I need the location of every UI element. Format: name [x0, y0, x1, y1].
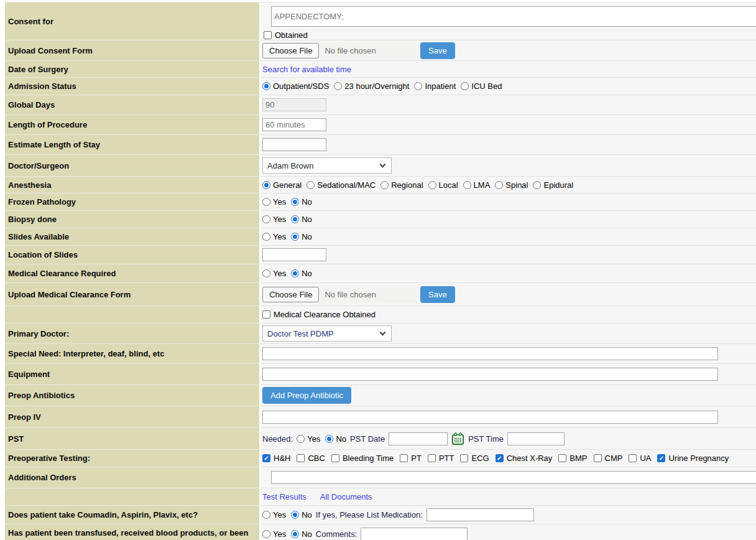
medical-clearance-obtained-checkbox[interactable] — [262, 310, 270, 319]
checkbox-chest-x-ray[interactable] — [496, 454, 504, 462]
radio-yes[interactable] — [262, 215, 270, 223]
radio-no[interactable] — [291, 215, 299, 223]
choose-file-button[interactable]: Choose File — [262, 287, 319, 302]
radio-label-spinal[interactable]: Spinal — [505, 180, 528, 190]
location-of-slides-input[interactable] — [262, 248, 326, 261]
radio-label-yes[interactable]: Yes — [273, 529, 286, 539]
checkbox-ua[interactable] — [629, 454, 637, 462]
checkbox-label-ptt[interactable]: PTT — [439, 454, 454, 463]
radio-label-yes[interactable]: Yes — [273, 197, 286, 207]
special-need-input[interactable] — [262, 347, 718, 360]
radio-label-no[interactable]: No — [302, 529, 312, 539]
radio-label-yes[interactable]: Yes — [273, 510, 286, 519]
radio-inpatient[interactable] — [414, 82, 422, 90]
radio-yes[interactable] — [262, 269, 270, 277]
radio-no[interactable] — [291, 198, 299, 206]
search-available-time-link[interactable]: Search for available time — [262, 65, 351, 74]
list-medication-input[interactable] — [426, 508, 534, 521]
radio-lma[interactable] — [463, 181, 471, 189]
radio-label-epidural[interactable]: Epidural — [543, 180, 573, 190]
pst-time-input[interactable] — [507, 432, 565, 445]
radio-label-no[interactable]: No — [302, 197, 312, 207]
checkbox-urine-pregnancy[interactable] — [657, 454, 665, 462]
comments-input[interactable] — [361, 528, 468, 540]
radio-regional[interactable] — [380, 181, 389, 189]
radio-label-inpatient[interactable]: Inpatient — [425, 81, 456, 91]
consent-for-textarea[interactable] — [271, 6, 756, 27]
radio-label-icu-bed[interactable]: ICU Bed — [471, 81, 502, 91]
radio-label-sedational-mac[interactable]: Sedational/MAC — [317, 180, 376, 190]
calendar-icon[interactable] — [451, 432, 464, 445]
radio-label-regional[interactable]: Regional — [391, 180, 423, 190]
save-medical-clearance-button[interactable]: Save — [420, 286, 455, 303]
checkbox-pt[interactable] — [400, 454, 408, 462]
checkbox-label-cbc[interactable]: CBC — [308, 454, 325, 463]
all-documents-link[interactable]: All Documents — [320, 492, 372, 501]
additional-orders-input[interactable] — [271, 471, 756, 484]
radio-no[interactable] — [325, 435, 333, 443]
radio-label-outpatient-sds[interactable]: Outpatient/SDS — [273, 81, 329, 91]
radio-label-yes[interactable]: Yes — [273, 232, 286, 241]
radio-label-no[interactable]: No — [302, 215, 312, 224]
radio-local[interactable] — [428, 181, 436, 189]
radio-yes[interactable] — [262, 198, 270, 206]
radio-spinal[interactable] — [495, 181, 503, 189]
preop-iv-input[interactable] — [262, 411, 718, 424]
radio-outpatient-sds[interactable] — [262, 82, 270, 90]
radio-label-general[interactable]: General — [273, 180, 302, 190]
checkbox-label-cmp[interactable]: CMP — [605, 454, 623, 463]
radio-no[interactable] — [291, 233, 299, 241]
radio-yes[interactable] — [262, 233, 270, 241]
checkbox-label-bmp[interactable]: BMP — [569, 454, 587, 463]
radio-yes[interactable] — [262, 530, 270, 538]
radio-general[interactable] — [262, 181, 270, 189]
radio-yes[interactable] — [262, 511, 270, 519]
radio-label-yes[interactable]: Yes — [273, 269, 286, 278]
equipment-input[interactable] — [262, 368, 718, 381]
radio-label-yes[interactable]: Yes — [273, 215, 286, 224]
radio-label-no[interactable]: No — [302, 269, 312, 278]
radio-no[interactable] — [291, 530, 299, 538]
checkbox-label-h-h[interactable]: H&H — [274, 454, 290, 463]
radio-label-no[interactable]: No — [302, 232, 312, 241]
radio-label-no[interactable]: No — [336, 434, 346, 444]
length-of-procedure-input[interactable] — [262, 118, 326, 131]
radio-sedational-mac[interactable] — [307, 181, 315, 189]
radio-23-hour-overnight[interactable] — [334, 82, 342, 90]
pst-date-input[interactable] — [389, 432, 448, 445]
obtained-checkbox-label[interactable]: Obtained — [275, 30, 308, 40]
doctor-surgeon-select[interactable]: Adam Brown — [262, 157, 392, 174]
checkbox-label-bleeding-time[interactable]: Bleeding Time — [343, 454, 394, 463]
checkbox-label-pt[interactable]: PT — [411, 454, 422, 463]
obtained-checkbox[interactable] — [264, 31, 272, 39]
radio-label-no[interactable]: No — [302, 510, 312, 519]
radio-yes[interactable] — [297, 435, 305, 443]
checkbox-ptt[interactable] — [428, 454, 436, 462]
radio-label-lma[interactable]: LMA — [474, 180, 491, 190]
radio-epidural[interactable] — [533, 181, 541, 189]
radio-no[interactable] — [291, 269, 299, 277]
checkbox-label-ua[interactable]: UA — [640, 454, 651, 463]
radio-no[interactable] — [291, 511, 299, 519]
medical-clearance-obtained-checkbox-label[interactable]: Medical Clearance Obtained — [274, 310, 376, 319]
global-days-input[interactable] — [262, 98, 326, 111]
test-results-link[interactable]: Test Results — [262, 492, 307, 501]
add-preop-antibiotic-button[interactable]: Add Preop Antibiotic — [262, 387, 351, 404]
checkbox-cmp[interactable] — [594, 454, 602, 462]
save-consent-button[interactable]: Save — [420, 42, 455, 59]
primary-doctor-select[interactable]: Doctor Test PDMP — [262, 325, 392, 342]
choose-file-button[interactable]: Choose File — [262, 43, 319, 58]
checkbox-bmp[interactable] — [558, 454, 566, 462]
checkbox-label-chest-x-ray[interactable]: Chest X-Ray — [507, 454, 553, 463]
radio-label-yes[interactable]: Yes — [307, 434, 320, 444]
radio-label-23-hour-overnight[interactable]: 23 hour/Overnight — [344, 81, 409, 91]
radio-icu-bed[interactable] — [461, 82, 469, 90]
checkbox-ecg[interactable] — [460, 454, 468, 462]
radio-label-local[interactable]: Local — [439, 180, 458, 190]
checkbox-label-ecg[interactable]: ECG — [471, 454, 489, 463]
checkbox-bleeding-time[interactable] — [331, 454, 339, 462]
checkbox-h-h[interactable] — [262, 454, 270, 462]
estimate-length-of-stay-input[interactable] — [262, 138, 326, 151]
checkbox-label-urine-pregnancy[interactable]: Urine Pregnancy — [668, 454, 729, 463]
checkbox-cbc[interactable] — [297, 454, 305, 462]
